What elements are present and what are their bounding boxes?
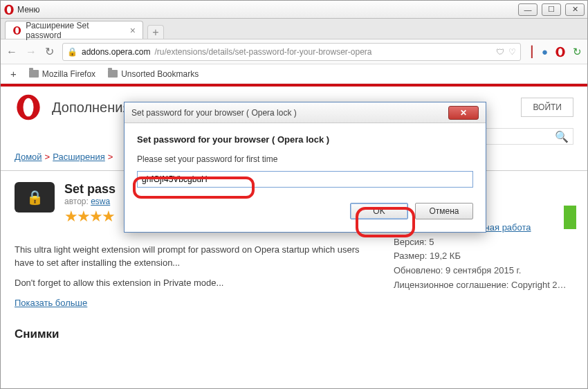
window-titlebar: Меню — ☐ ✕	[1, 1, 587, 19]
dialog-titlebar[interactable]: Set password for your browser ( Opera lo…	[125, 102, 486, 123]
browser-tab[interactable]: Расширение Set password ×	[5, 21, 143, 39]
shield-icon[interactable]: 🛡	[496, 47, 504, 57]
bookmark-folder-firefox[interactable]: Mozilla Firefox	[29, 69, 95, 79]
description-paragraph: Don't forget to allow this extension in …	[15, 277, 366, 290]
opera-favicon-icon	[12, 26, 21, 35]
rating-stars[interactable]: ★★★★	[64, 208, 116, 226]
new-tab-button[interactable]: +	[147, 25, 164, 39]
folder-icon	[29, 70, 39, 78]
svg-point-1	[7, 6, 11, 13]
bookmark-label: Mozilla Firefox	[42, 69, 95, 79]
opera-logo-icon	[3, 4, 15, 15]
bookmark-label: Unsorted Bookmarks	[121, 69, 199, 79]
svg-point-3	[15, 27, 19, 33]
page-title: Дополнения	[52, 100, 130, 116]
cancel-button[interactable]: Отмена	[415, 203, 473, 219]
tab-strip: Расширение Set password × +	[1, 19, 587, 39]
url-domain: addons.opera.com	[82, 47, 150, 57]
sync-icon[interactable]: ↻	[573, 46, 582, 58]
heart-icon[interactable]: ♡	[508, 47, 516, 57]
back-button[interactable]: ←	[6, 46, 17, 58]
ok-button[interactable]: OK	[350, 203, 408, 219]
svg-point-5	[558, 48, 562, 55]
extension-title: Set pass	[64, 182, 116, 197]
tab-close-button[interactable]: ×	[130, 25, 136, 36]
reload-button[interactable]: ↻	[45, 45, 54, 58]
svg-point-7	[24, 98, 34, 117]
author-link[interactable]: eswa	[91, 197, 110, 206]
search-icon: 🔍	[555, 130, 569, 143]
install-button-fragment[interactable]	[564, 206, 576, 229]
password-dialog: Set password for your browser ( Opera lo…	[124, 102, 486, 233]
dialog-title-text: Set password for your browser ( Opera lo…	[131, 108, 297, 118]
dialog-heading: Set password for your browser ( Opera lo…	[137, 134, 473, 145]
address-bar[interactable]: 🔒 addons.opera.com/ru/extensions/details…	[62, 43, 521, 61]
bookmarks-bar: + Mozilla Firefox Unsorted Bookmarks	[1, 64, 587, 84]
description-paragraph: This ultra light weight extension will p…	[15, 244, 366, 270]
extension-icon-2[interactable]: ●	[542, 46, 548, 57]
screenshots-heading: Снимки	[15, 327, 366, 341]
folder-icon	[108, 70, 118, 78]
window-minimize-button[interactable]: —	[518, 3, 538, 16]
extension-icon: 🔒	[15, 182, 55, 212]
password-input[interactable]	[137, 171, 473, 188]
dialog-instruction: Please set your password for first time	[137, 154, 473, 164]
show-more-link[interactable]: Показать больше	[15, 298, 87, 308]
menu-button[interactable]: Меню	[17, 5, 39, 15]
breadcrumb-extensions[interactable]: Расширения	[53, 152, 105, 162]
bookmark-folder-unsorted[interactable]: Unsorted Bookmarks	[108, 69, 199, 79]
opera-menu-icon[interactable]	[555, 46, 566, 57]
url-path: /ru/extensions/details/set-password-for-…	[154, 47, 371, 57]
lock-icon: 🔒	[67, 47, 77, 57]
tab-title: Расширение Set password	[26, 21, 122, 40]
extension-icon-1[interactable]: ⎮	[529, 46, 535, 58]
forward-button[interactable]: →	[26, 46, 37, 58]
login-button[interactable]: ВОЙТИ	[521, 98, 573, 117]
window-maximize-button[interactable]: ☐	[542, 3, 561, 16]
window-close-button[interactable]: ✕	[565, 3, 585, 16]
opera-logo-icon	[15, 93, 42, 121]
breadcrumb-home[interactable]: Домой	[15, 152, 42, 162]
nav-toolbar: ← → ↻ 🔒 addons.opera.com/ru/extensions/d…	[1, 39, 587, 64]
dialog-close-button[interactable]: ✕	[448, 106, 479, 120]
extension-author: автор: eswa	[64, 197, 116, 206]
add-bookmark-button[interactable]: +	[10, 68, 17, 80]
